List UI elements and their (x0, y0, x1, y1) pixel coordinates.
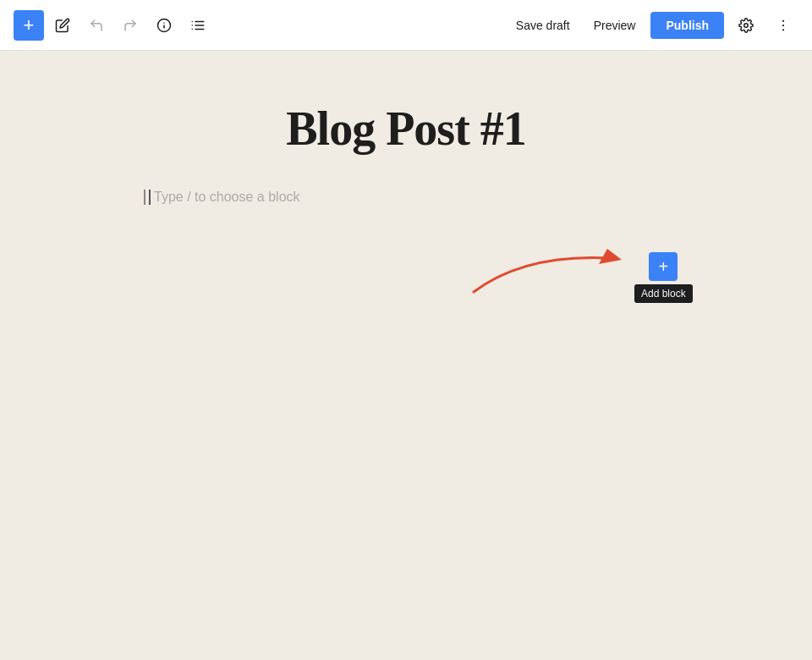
placeholder-text: Type / to choose a block (154, 190, 300, 205)
redo-icon (123, 18, 138, 33)
block-placeholder[interactable]: Type / to choose a block (144, 190, 668, 205)
svg-point-12 (782, 29, 784, 30)
text-cursor (149, 190, 151, 205)
edit-icon-button[interactable] (47, 10, 78, 41)
undo-icon (89, 18, 104, 33)
list-icon (190, 18, 206, 33)
toolbar-right: Save draft Preview Publish (508, 10, 798, 41)
svg-point-11 (782, 24, 784, 25)
svg-point-10 (782, 19, 784, 21)
redo-button[interactable] (115, 10, 145, 41)
pencil-icon (55, 18, 70, 33)
editor-content: Blog Post #1 Type / to choose a block (144, 102, 668, 660)
add-block-toolbar-button[interactable]: + (14, 10, 44, 41)
editor-area: Blog Post #1 Type / to choose a block + … (0, 51, 812, 660)
post-title[interactable]: Blog Post #1 (144, 102, 668, 156)
add-block-button[interactable]: + (649, 252, 678, 281)
settings-button[interactable] (731, 10, 761, 41)
more-options-button[interactable] (768, 10, 798, 41)
undo-button[interactable] (81, 10, 112, 41)
add-block-container: + Add block (634, 252, 693, 303)
info-button[interactable] (149, 10, 179, 41)
ellipsis-vertical-icon (776, 18, 791, 33)
toolbar: + (0, 0, 812, 51)
publish-button[interactable]: Publish (650, 12, 724, 39)
info-icon (156, 18, 172, 33)
svg-point-9 (744, 23, 749, 27)
add-block-tooltip: Add block (634, 284, 693, 303)
preview-button[interactable]: Preview (585, 14, 645, 37)
list-view-button[interactable] (183, 10, 213, 41)
toolbar-left: + (14, 10, 213, 41)
save-draft-button[interactable]: Save draft (508, 14, 579, 37)
gear-icon (738, 18, 754, 33)
